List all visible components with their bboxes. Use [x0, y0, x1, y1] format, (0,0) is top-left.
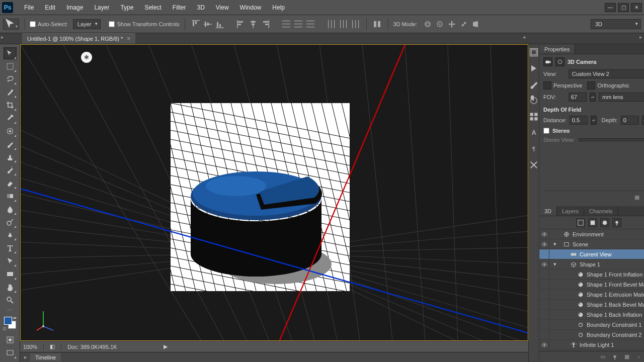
eyedropper-tool[interactable] — [4, 112, 17, 124]
eraser-tool[interactable] — [4, 177, 17, 189]
stereo-checkbox[interactable]: Stereo — [543, 128, 644, 134]
visibility-toggle[interactable] — [539, 280, 549, 289]
distance-input[interactable] — [570, 116, 588, 125]
menu-filter[interactable]: Filter — [168, 1, 191, 14]
filter-materials-icon[interactable] — [600, 218, 609, 227]
distribute-vcenter-icon[interactable] — [293, 19, 304, 30]
layer-row[interactable]: Shape 1 Front Inflation M... — [539, 269, 644, 280]
layers-tab[interactable]: Layers — [557, 206, 584, 216]
align-bottom-edges-icon[interactable] — [214, 19, 225, 30]
visibility-toggle[interactable] — [539, 300, 549, 309]
3d-layer-list[interactable]: Environment▾SceneCurrent View▾Shape 1Sha… — [539, 229, 644, 351]
visibility-toggle[interactable] — [539, 320, 549, 329]
styles-panel-icon[interactable] — [529, 112, 539, 122]
status-info-icon[interactable]: ◧ — [50, 343, 55, 350]
layer-row[interactable]: Shape 1 Back Inflation M... — [539, 310, 644, 320]
channels-tab[interactable]: Channels — [584, 206, 618, 216]
3d-zoom-icon[interactable] — [470, 19, 481, 30]
layer-row[interactable]: Shape 1 Extrusion Material — [539, 290, 644, 300]
filter-all-icon[interactable] — [576, 218, 585, 227]
perspective-toggle[interactable]: Perspective — [543, 81, 582, 89]
close-button[interactable]: ✕ — [631, 3, 642, 12]
distribute-right-icon[interactable] — [350, 19, 361, 30]
lasso-tool[interactable] — [4, 73, 17, 85]
menu-help[interactable]: Help — [267, 1, 290, 14]
3d-workspace-select[interactable]: 3D — [591, 19, 641, 29]
auto-select-checkbox[interactable]: Auto-Select: — [30, 21, 68, 27]
history-panel-icon[interactable] — [529, 47, 539, 57]
dodge-tool[interactable] — [4, 216, 17, 228]
3d-slide-icon[interactable] — [458, 19, 469, 30]
swap-colors-icon[interactable]: ⇄ — [13, 316, 17, 320]
hand-tool[interactable] — [4, 281, 17, 293]
view-select[interactable]: Custom View 2 — [569, 69, 644, 78]
clone-stamp-tool[interactable] — [4, 151, 17, 163]
depth-input[interactable] — [621, 116, 639, 125]
visibility-toggle[interactable] — [539, 340, 549, 349]
close-tab-icon[interactable]: × — [127, 35, 130, 42]
3d-roll-icon[interactable] — [434, 19, 445, 30]
visibility-toggle[interactable] — [539, 239, 549, 249]
maximize-button[interactable]: ▢ — [618, 3, 629, 12]
timeline-tab[interactable]: Timeline — [30, 353, 61, 361]
distance-spinner[interactable]: ▴▾ — [591, 116, 597, 125]
layer-row[interactable]: Infinite Light 1 — [539, 340, 644, 350]
new-3d-icon[interactable]: ▫ — [634, 353, 643, 361]
new-light-icon[interactable] — [610, 353, 619, 361]
align-right-edges-icon[interactable] — [260, 19, 271, 30]
layer-row[interactable]: ▾Scene — [539, 239, 644, 249]
3d-tab[interactable]: 3D — [539, 206, 557, 216]
layer-row[interactable]: ▾Shape 1 — [539, 259, 644, 269]
blur-tool[interactable] — [4, 203, 17, 215]
menu-type[interactable]: Type — [115, 1, 138, 14]
menu-3d[interactable]: 3D — [192, 1, 209, 14]
tab-expand-left-icon[interactable]: ▸ — [1, 34, 4, 40]
3d-axis-gizmo[interactable] — [36, 306, 56, 331]
visibility-toggle[interactable] — [539, 269, 549, 279]
screen-mode-toggle[interactable] — [4, 347, 17, 359]
rectangle-tool[interactable] — [4, 268, 17, 280]
3d-pan-icon[interactable] — [446, 19, 457, 30]
brush-tool[interactable] — [4, 138, 17, 150]
align-top-edges-icon[interactable] — [190, 19, 201, 30]
tools-presets-panel-icon[interactable] — [529, 160, 539, 170]
auto-select-target[interactable]: Layer — [73, 19, 101, 29]
visibility-toggle[interactable] — [539, 259, 549, 269]
3d-orbit-icon[interactable] — [422, 19, 433, 30]
actions-panel-icon[interactable] — [529, 63, 539, 73]
show-transform-checkbox[interactable]: Show Transform Controls — [109, 21, 179, 27]
fov-input[interactable] — [569, 93, 587, 102]
timeline-collapse-icon[interactable]: ▸ — [24, 354, 27, 360]
visibility-toggle[interactable] — [539, 290, 549, 299]
light-widget[interactable]: ✱ — [81, 52, 92, 63]
document-tab[interactable]: Untitled-1 @ 100% (Shape 1, RGB/8) * × — [22, 33, 135, 44]
brush-panel-icon[interactable] — [529, 79, 539, 89]
properties-tab[interactable]: Properties — [539, 44, 575, 54]
distribute-hcenter-icon[interactable] — [338, 19, 349, 30]
layer-row[interactable]: Boundary Constraint 2 — [539, 330, 644, 340]
filter-meshes-icon[interactable] — [588, 218, 597, 227]
fov-spinner[interactable]: ▴▾ — [590, 93, 596, 102]
fov-unit-select[interactable]: mm lens — [599, 93, 644, 102]
menu-select[interactable]: Select — [139, 1, 166, 14]
render-settings-icon[interactable]: ▦ — [632, 193, 641, 201]
distribute-left-icon[interactable] — [326, 19, 337, 30]
magic-wand-tool[interactable] — [4, 86, 17, 98]
3d-viewport[interactable]: ✱ — [20, 44, 528, 341]
status-play-icon[interactable]: ▶ — [164, 343, 168, 350]
layer-row[interactable]: Current View — [539, 249, 644, 259]
auto-align-icon[interactable] — [372, 19, 383, 30]
minimize-button[interactable]: — — [605, 3, 616, 12]
gradient-tool[interactable] — [4, 190, 17, 202]
color-swatches[interactable]: ⇄ ◱ — [4, 317, 16, 329]
visibility-toggle[interactable] — [539, 310, 549, 319]
distribute-bottom-icon[interactable] — [305, 19, 316, 30]
menu-layer[interactable]: Layer — [89, 1, 114, 14]
healing-brush-tool[interactable] — [4, 125, 17, 137]
quick-mask-toggle[interactable] — [4, 334, 17, 346]
adjustments-panel-icon[interactable] — [529, 96, 539, 106]
menu-file[interactable]: File — [19, 1, 39, 14]
orthographic-toggle[interactable]: Orthographic — [587, 81, 629, 89]
align-vcenter-icon[interactable] — [202, 19, 213, 30]
marquee-tool[interactable] — [4, 60, 17, 72]
